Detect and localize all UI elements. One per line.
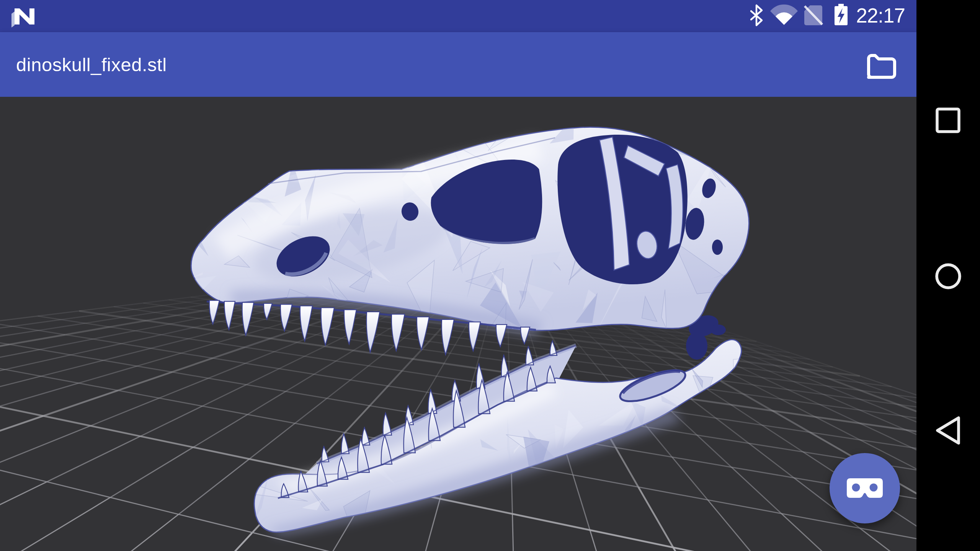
model-viewport[interactable] [0,97,916,551]
folder-icon [859,44,901,86]
vr-cardboard-icon [846,478,883,499]
app-toolbar: dinoskull_fixed.stl [0,32,916,97]
navigation-bar [916,0,980,551]
vr-mode-fab[interactable] [830,453,900,523]
status-bar: 22:17 [0,0,916,32]
home-circle-icon [916,246,980,307]
home-button[interactable] [916,246,980,307]
recents-button[interactable] [916,90,980,151]
back-triangle-icon [916,400,980,461]
back-button[interactable] [916,400,980,461]
open-file-button[interactable] [859,44,901,86]
no-sim-icon [804,5,822,25]
recents-square-icon [916,90,980,151]
page-title: dinoskull_fixed.stl [16,32,167,97]
status-clock: 22:17 [856,4,905,28]
battery-charging-icon [835,4,848,25]
